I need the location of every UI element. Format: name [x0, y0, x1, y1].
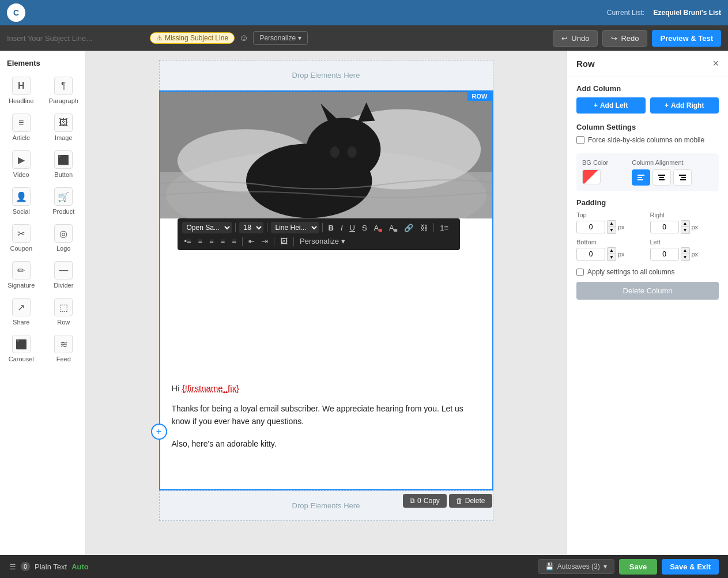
sidebar-item-product[interactable]: 🛒 Product: [43, 183, 85, 220]
indent-decrease-button[interactable]: ⇤: [246, 236, 257, 247]
padding-bottom-input[interactable]: [576, 248, 605, 260]
font-highlight-button[interactable]: A▄: [387, 222, 399, 233]
undo-button[interactable]: ↩ Undo: [553, 30, 598, 47]
force-side-by-side-checkbox[interactable]: [576, 136, 584, 144]
sidebar-item-image[interactable]: 🖼 Image: [43, 109, 85, 146]
sidebar-item-article[interactable]: ≡ Article: [0, 109, 43, 146]
personalize-subject-button[interactable]: Personalize ▾: [253, 31, 308, 45]
padding-left-down[interactable]: ▼: [681, 254, 690, 261]
strikethrough-button[interactable]: S: [360, 222, 369, 233]
autosaves-label: Autosaves (3): [557, 562, 600, 571]
paragraph-label: Paragraph: [49, 97, 78, 104]
button-icon: ⬛: [54, 150, 73, 169]
close-icon: ×: [712, 58, 719, 69]
padding-top-input[interactable]: [576, 221, 605, 233]
canvas-inner: Drop Elements Here ROW: [85, 51, 567, 555]
font-color-button[interactable]: A▄: [372, 222, 384, 233]
sidebar-item-coupon[interactable]: ✂ Coupon: [0, 220, 43, 256]
align-center-button[interactable]: ≡: [207, 236, 216, 247]
sidebar-item-button[interactable]: ⬛ Button: [43, 146, 85, 183]
delete-column-button[interactable]: Delete Column: [576, 282, 719, 300]
panel-body: Add Column + Add Left + Add Right Column…: [567, 77, 728, 307]
sidebar-item-share[interactable]: ↗ Share: [0, 293, 43, 330]
save-button[interactable]: Save: [619, 559, 657, 575]
sidebar-item-logo[interactable]: ◎ Logo: [43, 220, 85, 256]
cat-image: [160, 92, 492, 218]
align-center-col-button[interactable]: [652, 169, 671, 186]
italic-button[interactable]: I: [338, 222, 345, 233]
apply-all-checkbox[interactable]: [576, 269, 584, 276]
padding-left-input[interactable]: [650, 248, 679, 260]
link-button[interactable]: 🔗: [402, 222, 416, 233]
bold-button[interactable]: B: [326, 222, 336, 233]
zero-value: 0: [24, 564, 27, 570]
sidebar-item-social[interactable]: 👤 Social: [0, 183, 43, 220]
line-height-select[interactable]: Line Hei...: [271, 222, 319, 233]
image-insert-button[interactable]: 🖼: [278, 236, 290, 247]
sidebar-item-video[interactable]: ▶ Video: [0, 146, 43, 183]
sidebar-item-signature[interactable]: ✏ Signature: [0, 256, 43, 293]
cat-svg: [160, 92, 492, 218]
save-label: Save: [629, 562, 647, 571]
redo-button[interactable]: ↪ Redo: [602, 30, 647, 47]
save-disk-icon: 💾: [545, 562, 554, 571]
padding-right-up[interactable]: ▲: [681, 220, 690, 227]
ordered-list-button[interactable]: 1≡: [437, 222, 451, 233]
image-label: Image: [55, 134, 73, 141]
padding-left-up[interactable]: ▲: [681, 247, 690, 254]
top-bar: C Current List: Ezequiel Bruni's List: [0, 0, 728, 25]
save-exit-button[interactable]: Save & Exit: [662, 559, 719, 575]
align-right-col-button[interactable]: [673, 169, 692, 186]
personalize-text-button[interactable]: Personalize ▾: [297, 236, 348, 247]
padding-top-input-row: ▲ ▼ px: [576, 220, 646, 234]
plain-text-label: Plain Text: [35, 562, 67, 571]
product-icon: 🛒: [54, 187, 73, 206]
padding-bottom-up[interactable]: ▲: [607, 247, 616, 254]
font-size-select[interactable]: 18: [239, 222, 263, 233]
text-content[interactable]: + Hi {!firstname_fix} Thanks for being a…: [160, 374, 492, 489]
padding-bottom-down[interactable]: ▼: [607, 254, 616, 261]
add-left-button[interactable]: + Add Left: [576, 97, 646, 114]
copy-row-button[interactable]: ⧉ 0 Copy: [403, 494, 447, 508]
sidebar-item-paragraph[interactable]: ¶ Paragraph: [43, 72, 85, 109]
unordered-list-button[interactable]: •≡: [182, 236, 194, 247]
divider-label: Divider: [54, 282, 73, 289]
signature-label: Signature: [7, 282, 35, 289]
svg-point-9: [330, 146, 339, 158]
sidebar-item-feed[interactable]: ≋ Feed: [43, 330, 85, 367]
padding-right-down[interactable]: ▼: [681, 227, 690, 234]
sidebar-item-row[interactable]: ⬚ Row: [43, 293, 85, 330]
text-body-1: Thanks for being a loyal email subscribe…: [172, 402, 481, 428]
canvas-wrapper: Drop Elements Here ROW: [159, 60, 493, 521]
padding-top-up[interactable]: ▲: [607, 220, 616, 227]
align-right-button[interactable]: ≡: [218, 236, 228, 247]
underline-button[interactable]: U: [348, 222, 357, 233]
add-right-button[interactable]: + Add Right: [650, 97, 719, 114]
font-family-select[interactable]: Open Sa...: [182, 222, 232, 233]
email-row[interactable]: ROW: [159, 90, 493, 490]
sidebar-item-headline[interactable]: H Headline: [0, 72, 43, 109]
padding-left-input-row: ▲ ▼ px: [650, 247, 719, 261]
subject-input[interactable]: [7, 34, 145, 43]
align-justify-button[interactable]: ≡: [229, 236, 239, 247]
padding-section: Padding Top ▲ ▼ px: [576, 198, 719, 261]
padding-top-down[interactable]: ▼: [607, 227, 616, 234]
emoji-button[interactable]: ☺: [239, 33, 248, 43]
panel-close-button[interactable]: ×: [712, 58, 719, 70]
add-element-button[interactable]: +: [151, 424, 167, 440]
coupon-icon: ✂: [12, 224, 31, 243]
unlink-button[interactable]: ⛓: [418, 222, 430, 233]
share-label: Share: [13, 319, 29, 326]
align-left-button[interactable]: ≡: [196, 236, 205, 247]
drop-zone-top[interactable]: Drop Elements Here: [159, 60, 493, 90]
bg-color-swatch[interactable]: [582, 169, 601, 184]
delete-row-button[interactable]: 🗑 Delete: [449, 494, 492, 508]
autosaves-button[interactable]: 💾 Autosaves (3) ▾: [538, 559, 614, 574]
sidebar-item-divider[interactable]: — Divider: [43, 256, 85, 293]
preview-test-button[interactable]: Preview & Test: [652, 30, 721, 47]
sidebar-item-carousel[interactable]: ⬛ Carousel: [0, 330, 43, 367]
svg-rect-11: [638, 175, 644, 176]
indent-increase-button[interactable]: ⇥: [259, 236, 270, 247]
padding-right-input[interactable]: [650, 221, 679, 233]
align-left-col-button[interactable]: [632, 169, 650, 186]
